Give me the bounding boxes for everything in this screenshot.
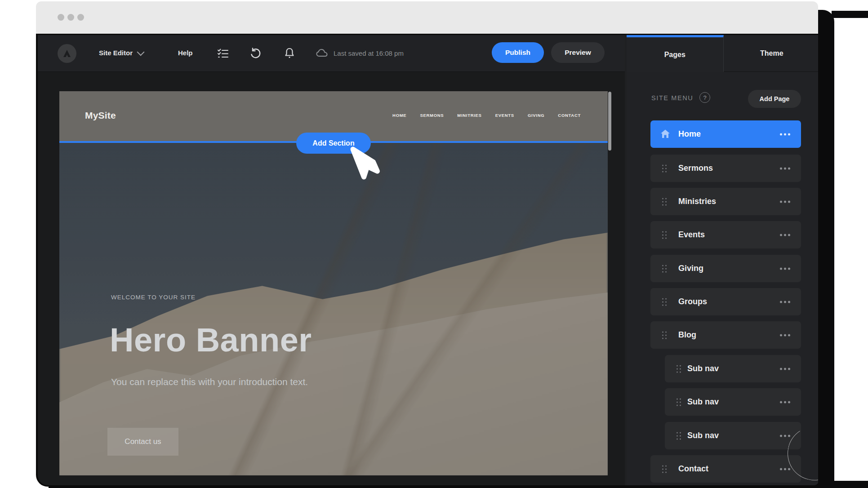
row-options-icon[interactable] <box>780 267 790 270</box>
site-preview-canvas: MySite HOMESERMONSMINITRIESEVENTSGIVINGC… <box>59 91 608 475</box>
contact-us-button[interactable]: Contact us <box>107 428 178 456</box>
page-row-sub-nav[interactable]: Sub nav <box>665 355 801 382</box>
page-row-label: Contact <box>678 464 708 474</box>
undo-icon[interactable] <box>249 47 262 62</box>
site-editor-menu[interactable]: Site Editor <box>99 49 143 57</box>
drag-handle-icon[interactable] <box>662 164 667 172</box>
last-saved-text: Last saved at 16:08 pm <box>334 49 404 57</box>
hero-title: Hero Banner <box>110 321 312 359</box>
row-options-icon[interactable] <box>780 401 790 403</box>
page-row-blog[interactable]: Blog <box>650 321 801 349</box>
app-window: Site Editor Help Last s <box>36 35 818 487</box>
publish-button[interactable]: Publish <box>492 42 544 63</box>
pages-list: HomeSermonsMinistriesEventsGivingGroupsB… <box>627 35 818 487</box>
marketing-screenshot: { "accent_color": "#2e7ff6", "chrome": {… <box>0 0 868 488</box>
row-options-icon[interactable] <box>780 167 790 169</box>
row-options-icon[interactable] <box>780 301 790 303</box>
editor-toolbar: Site Editor Help Last s <box>38 35 625 72</box>
page-row-label: Sub nav <box>687 397 719 407</box>
page-row-ministries[interactable]: Ministries <box>650 188 801 215</box>
site-nav-item[interactable]: EVENTS <box>495 113 514 118</box>
hero-eyebrow: WELCOME TO YOUR SITE <box>111 294 196 301</box>
back-frame-top-sliver <box>832 11 868 18</box>
editor-canvas-area: MySite HOMESERMONSMINITRIESEVENTSGIVINGC… <box>38 72 625 487</box>
app-logo-icon[interactable] <box>58 44 76 63</box>
row-options-icon[interactable] <box>780 200 790 203</box>
drag-handle-icon[interactable] <box>677 432 681 439</box>
page-row-label: Blog <box>678 330 696 340</box>
save-status: Last saved at 16:08 pm <box>316 48 404 58</box>
page-row-contact[interactable]: Contact <box>650 455 801 483</box>
row-options-icon[interactable] <box>780 334 790 336</box>
page-row-label: Groups <box>678 297 707 306</box>
page-row-label: Events <box>678 230 705 240</box>
site-nav-item[interactable]: GIVING <box>528 113 544 118</box>
page-row-label: Sub nav <box>687 364 719 373</box>
page-row-label: Ministries <box>678 197 716 206</box>
help-button[interactable]: Help <box>178 49 193 57</box>
drag-handle-icon[interactable] <box>677 365 681 373</box>
tasks-list-icon[interactable] <box>217 47 229 62</box>
window-chrome <box>36 1 818 35</box>
site-nav-item[interactable]: CONTACT <box>558 113 581 118</box>
page-row-sub-nav[interactable]: Sub nav <box>665 422 801 449</box>
home-icon <box>659 128 671 142</box>
site-nav-item[interactable]: SERMONS <box>420 113 444 118</box>
canvas-scrollbar[interactable] <box>608 92 611 151</box>
bell-icon[interactable] <box>283 47 296 61</box>
page-row-sermons[interactable]: Sermons <box>650 155 801 182</box>
preview-button[interactable]: Preview <box>551 42 605 63</box>
back-frame-bottom-sliver <box>832 481 868 488</box>
page-row-home[interactable]: Home <box>650 120 801 148</box>
drag-handle-icon[interactable] <box>677 398 681 406</box>
hero-dark-overlay <box>59 143 608 475</box>
mouse-cursor-icon <box>345 145 380 192</box>
window-control-dots[interactable] <box>58 14 84 21</box>
site-editor-label: Site Editor <box>99 49 133 57</box>
site-nav-item[interactable]: MINITRIES <box>457 113 481 118</box>
site-nav-item[interactable]: HOME <box>392 113 406 118</box>
drag-handle-icon[interactable] <box>662 231 667 239</box>
row-options-icon[interactable] <box>780 468 790 470</box>
drag-handle-icon[interactable] <box>662 298 667 306</box>
cloud-icon <box>316 48 328 58</box>
page-row-sub-nav[interactable]: Sub nav <box>665 388 801 416</box>
hero-intro: You can replace this with your introduct… <box>111 377 308 387</box>
page-row-label: Giving <box>678 264 703 273</box>
page-row-label: Sub nav <box>687 431 719 440</box>
page-row-events[interactable]: Events <box>650 221 801 248</box>
hero-section: WELCOME TO YOUR SITE Hero Banner You can… <box>59 143 608 475</box>
page-row-giving[interactable]: Giving <box>650 255 801 282</box>
row-options-icon[interactable] <box>780 435 790 437</box>
drag-handle-icon[interactable] <box>662 465 667 473</box>
site-nav: HOMESERMONSMINITRIESEVENTSGIVINGCONTACT <box>392 113 581 118</box>
chevron-down-icon <box>137 48 145 56</box>
row-options-icon[interactable] <box>780 234 790 236</box>
site-brand[interactable]: MySite <box>85 110 116 121</box>
row-options-icon[interactable] <box>780 368 790 370</box>
page-row-groups[interactable]: Groups <box>650 288 801 315</box>
drag-handle-icon[interactable] <box>662 331 667 339</box>
page-row-label: Sermons <box>678 164 713 173</box>
drag-handle-icon[interactable] <box>662 198 667 205</box>
row-options-icon[interactable] <box>780 133 790 135</box>
pages-sidebar: Pages Theme SITE MENU ? Add Page HomeSer… <box>627 35 818 487</box>
page-row-label: Home <box>678 129 701 139</box>
drag-handle-icon[interactable] <box>662 265 667 272</box>
